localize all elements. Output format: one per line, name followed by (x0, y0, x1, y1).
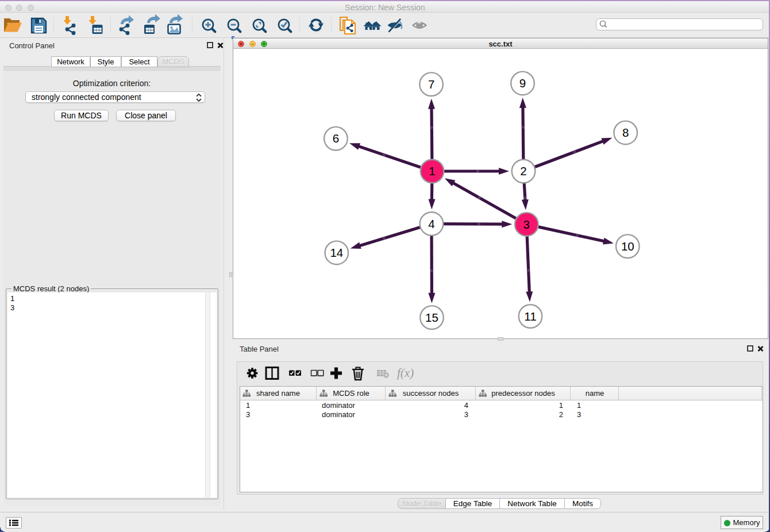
svg-text:7: 7 (428, 78, 434, 91)
svg-text:6: 6 (333, 132, 339, 145)
svg-text:f(x): f(x) (397, 366, 414, 380)
svg-text:15: 15 (425, 311, 438, 324)
svg-text:1: 1 (429, 164, 435, 178)
svg-text:11: 11 (524, 310, 536, 323)
svg-text:2: 2 (520, 164, 526, 178)
svg-text:14: 14 (330, 246, 343, 259)
svg-text:3: 3 (523, 218, 530, 231)
svg-text:4: 4 (428, 217, 434, 230)
svg-text:9: 9 (519, 76, 526, 90)
svg-text:8: 8 (622, 126, 629, 139)
svg-text:10: 10 (621, 240, 634, 253)
